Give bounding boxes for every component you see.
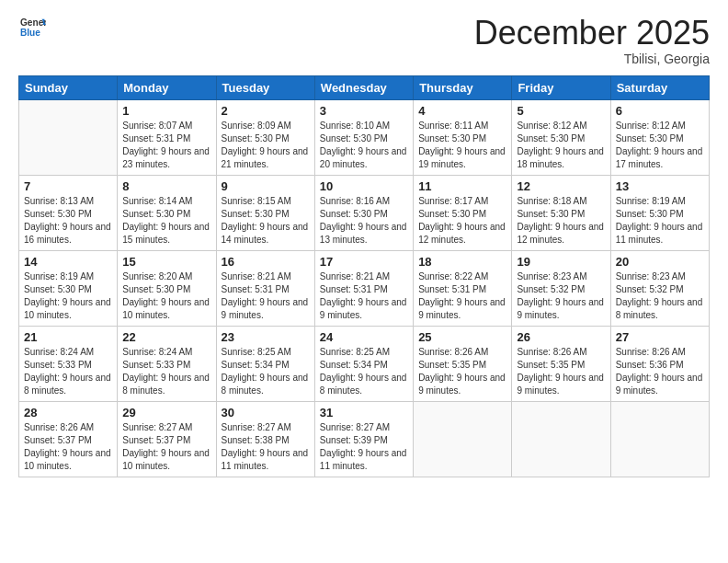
- day-cell: 24Sunrise: 8:25 AMSunset: 5:34 PMDayligh…: [314, 326, 413, 401]
- day-number: 10: [320, 179, 408, 193]
- day-cell: 2Sunrise: 8:09 AMSunset: 5:30 PMDaylight…: [216, 99, 314, 175]
- day-number: 9: [222, 179, 310, 193]
- day-number: 12: [517, 179, 605, 193]
- day-number: 8: [122, 179, 210, 193]
- week-row-2: 14Sunrise: 8:19 AMSunset: 5:30 PMDayligh…: [19, 250, 710, 326]
- header: General Blue December 2025 Tbilisi, Geor…: [18, 15, 710, 66]
- day-number: 17: [320, 255, 408, 269]
- weekday-tuesday: Tuesday: [216, 75, 314, 99]
- day-number: 7: [24, 179, 112, 193]
- day-number: 3: [320, 104, 408, 118]
- day-info: Sunrise: 8:19 AMSunset: 5:30 PMDaylight:…: [24, 270, 112, 322]
- calendar-body: 1Sunrise: 8:07 AMSunset: 5:31 PMDaylight…: [19, 99, 710, 477]
- title-section: December 2025 Tbilisi, Georgia: [474, 15, 710, 66]
- day-cell: 30Sunrise: 8:27 AMSunset: 5:38 PMDayligh…: [216, 401, 314, 477]
- day-info: Sunrise: 8:14 AMSunset: 5:30 PMDaylight:…: [122, 195, 210, 247]
- day-number: 15: [122, 255, 210, 269]
- day-cell: 7Sunrise: 8:13 AMSunset: 5:30 PMDaylight…: [19, 175, 118, 250]
- day-number: 18: [418, 255, 506, 269]
- day-number: 13: [616, 179, 704, 193]
- day-cell: [414, 401, 512, 477]
- day-number: 28: [24, 406, 112, 419]
- day-number: 14: [24, 255, 112, 269]
- day-info: Sunrise: 8:10 AMSunset: 5:30 PMDaylight:…: [320, 120, 408, 171]
- day-info: Sunrise: 8:20 AMSunset: 5:30 PMDaylight:…: [122, 270, 210, 322]
- svg-text:Blue: Blue: [20, 28, 40, 38]
- day-cell: 27Sunrise: 8:26 AMSunset: 5:36 PMDayligh…: [610, 326, 709, 401]
- day-cell: 12Sunrise: 8:18 AMSunset: 5:30 PMDayligh…: [512, 175, 610, 250]
- weekday-wednesday: Wednesday: [314, 75, 413, 99]
- day-cell: 4Sunrise: 8:11 AMSunset: 5:30 PMDaylight…: [414, 99, 512, 175]
- day-info: Sunrise: 8:12 AMSunset: 5:30 PMDaylight:…: [616, 120, 704, 171]
- day-cell: 13Sunrise: 8:19 AMSunset: 5:30 PMDayligh…: [610, 175, 709, 250]
- day-info: Sunrise: 8:26 AMSunset: 5:36 PMDaylight:…: [616, 346, 704, 397]
- day-info: Sunrise: 8:25 AMSunset: 5:34 PMDaylight:…: [222, 346, 310, 397]
- day-cell: 16Sunrise: 8:21 AMSunset: 5:31 PMDayligh…: [216, 250, 314, 326]
- day-cell: 28Sunrise: 8:26 AMSunset: 5:37 PMDayligh…: [19, 401, 118, 477]
- day-cell: 11Sunrise: 8:17 AMSunset: 5:30 PMDayligh…: [414, 175, 512, 250]
- day-info: Sunrise: 8:27 AMSunset: 5:37 PMDaylight:…: [122, 421, 210, 473]
- day-info: Sunrise: 8:26 AMSunset: 5:37 PMDaylight:…: [24, 421, 112, 473]
- day-info: Sunrise: 8:22 AMSunset: 5:31 PMDaylight:…: [418, 270, 506, 322]
- day-info: Sunrise: 8:17 AMSunset: 5:30 PMDaylight:…: [418, 195, 506, 247]
- day-cell: 19Sunrise: 8:23 AMSunset: 5:32 PMDayligh…: [512, 250, 610, 326]
- day-number: 31: [320, 406, 408, 419]
- day-cell: 31Sunrise: 8:27 AMSunset: 5:39 PMDayligh…: [314, 401, 413, 477]
- day-number: 25: [418, 330, 506, 344]
- day-number: 16: [222, 255, 310, 269]
- day-number: 21: [24, 330, 112, 344]
- day-info: Sunrise: 8:25 AMSunset: 5:34 PMDaylight:…: [320, 346, 408, 397]
- day-number: 24: [320, 330, 408, 344]
- week-row-1: 7Sunrise: 8:13 AMSunset: 5:30 PMDaylight…: [19, 175, 710, 250]
- day-info: Sunrise: 8:11 AMSunset: 5:30 PMDaylight:…: [418, 120, 506, 171]
- day-info: Sunrise: 8:16 AMSunset: 5:30 PMDaylight:…: [320, 195, 408, 247]
- day-number: 22: [122, 330, 210, 344]
- weekday-header-row: SundayMondayTuesdayWednesdayThursdayFrid…: [19, 75, 710, 99]
- day-number: 11: [418, 179, 506, 193]
- day-cell: 21Sunrise: 8:24 AMSunset: 5:33 PMDayligh…: [19, 326, 118, 401]
- day-info: Sunrise: 8:27 AMSunset: 5:39 PMDaylight:…: [320, 421, 408, 473]
- day-info: Sunrise: 8:23 AMSunset: 5:32 PMDaylight:…: [517, 270, 605, 322]
- day-info: Sunrise: 8:24 AMSunset: 5:33 PMDaylight:…: [122, 346, 210, 397]
- weekday-thursday: Thursday: [414, 75, 512, 99]
- day-cell: 5Sunrise: 8:12 AMSunset: 5:30 PMDaylight…: [512, 99, 610, 175]
- day-info: Sunrise: 8:07 AMSunset: 5:31 PMDaylight:…: [122, 120, 210, 171]
- day-number: 30: [222, 406, 310, 419]
- day-cell: 22Sunrise: 8:24 AMSunset: 5:33 PMDayligh…: [118, 326, 216, 401]
- day-info: Sunrise: 8:18 AMSunset: 5:30 PMDaylight:…: [517, 195, 605, 247]
- day-cell: 25Sunrise: 8:26 AMSunset: 5:35 PMDayligh…: [414, 326, 512, 401]
- day-number: 2: [222, 104, 310, 118]
- day-cell: 9Sunrise: 8:15 AMSunset: 5:30 PMDaylight…: [216, 175, 314, 250]
- day-number: 19: [517, 255, 605, 269]
- day-info: Sunrise: 8:12 AMSunset: 5:30 PMDaylight:…: [517, 120, 605, 171]
- day-info: Sunrise: 8:19 AMSunset: 5:30 PMDaylight:…: [616, 195, 704, 247]
- day-info: Sunrise: 8:23 AMSunset: 5:32 PMDaylight:…: [616, 270, 704, 322]
- day-number: 27: [616, 330, 704, 344]
- day-info: Sunrise: 8:15 AMSunset: 5:30 PMDaylight:…: [222, 195, 310, 247]
- day-cell: 20Sunrise: 8:23 AMSunset: 5:32 PMDayligh…: [610, 250, 709, 326]
- month-title: December 2025: [474, 15, 710, 52]
- day-number: 26: [517, 330, 605, 344]
- weekday-friday: Friday: [512, 75, 610, 99]
- day-info: Sunrise: 8:13 AMSunset: 5:30 PMDaylight:…: [24, 195, 112, 247]
- day-cell: 23Sunrise: 8:25 AMSunset: 5:34 PMDayligh…: [216, 326, 314, 401]
- day-number: 29: [122, 406, 210, 419]
- day-cell: 10Sunrise: 8:16 AMSunset: 5:30 PMDayligh…: [314, 175, 413, 250]
- day-cell: [19, 99, 118, 175]
- day-info: Sunrise: 8:26 AMSunset: 5:35 PMDaylight:…: [418, 346, 506, 397]
- day-cell: 1Sunrise: 8:07 AMSunset: 5:31 PMDaylight…: [118, 99, 216, 175]
- week-row-3: 21Sunrise: 8:24 AMSunset: 5:33 PMDayligh…: [19, 326, 710, 401]
- day-cell: 18Sunrise: 8:22 AMSunset: 5:31 PMDayligh…: [414, 250, 512, 326]
- weekday-saturday: Saturday: [610, 75, 709, 99]
- weekday-monday: Monday: [118, 75, 216, 99]
- day-cell: 8Sunrise: 8:14 AMSunset: 5:30 PMDaylight…: [118, 175, 216, 250]
- calendar-container: General Blue December 2025 Tbilisi, Geor…: [0, 0, 728, 563]
- day-info: Sunrise: 8:24 AMSunset: 5:33 PMDaylight:…: [24, 346, 112, 397]
- day-cell: [610, 401, 709, 477]
- day-number: 1: [122, 104, 210, 118]
- day-cell: 15Sunrise: 8:20 AMSunset: 5:30 PMDayligh…: [118, 250, 216, 326]
- day-cell: [512, 401, 610, 477]
- day-number: 23: [222, 330, 310, 344]
- day-number: 20: [616, 255, 704, 269]
- day-cell: 14Sunrise: 8:19 AMSunset: 5:30 PMDayligh…: [19, 250, 118, 326]
